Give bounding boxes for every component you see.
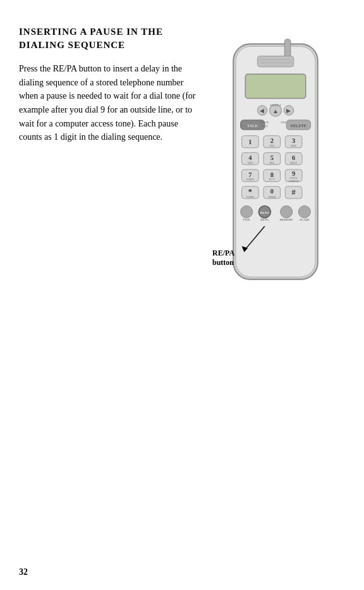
body-text: Press the RE/PA button to insert a delay… (19, 62, 196, 144)
svg-text:4: 4 (248, 154, 252, 161)
svg-text:#: # (292, 188, 296, 197)
svg-text:DEF: DEF (291, 144, 296, 147)
page-content: Inserting a Pause in the Dialing Sequenc… (0, 0, 364, 163)
phone-illustration: ▲ SELECT ◀ ▶ TALK MUTE EXIT DELETE DEL (212, 38, 351, 306)
svg-text:DELETE: DELETE (291, 123, 306, 128)
svg-text:FORMAT: FORMAT (289, 180, 299, 183)
svg-text:5: 5 (270, 154, 274, 161)
svg-text:ABC: ABC (269, 144, 275, 147)
svg-text:9: 9 (292, 170, 295, 177)
svg-rect-3 (257, 56, 293, 67)
svg-text:6: 6 (292, 154, 295, 161)
svg-text:WXYZ: WXYZ (290, 177, 298, 180)
svg-text:▲: ▲ (272, 108, 278, 114)
svg-text:0: 0 (270, 188, 274, 195)
svg-text:◀: ◀ (260, 108, 265, 114)
svg-text:▶: ▶ (287, 108, 291, 114)
svg-point-61 (281, 206, 293, 218)
svg-text:SELECT: SELECT (270, 104, 281, 107)
svg-text:TUV: TUV (269, 178, 275, 181)
page-number: 32 (19, 567, 28, 577)
svg-text:8: 8 (270, 171, 274, 178)
svg-text:RE/PA: RE/PA (260, 218, 269, 221)
svg-text:FLASH: FLASH (300, 218, 310, 221)
svg-text:JKL: JKL (269, 161, 274, 164)
svg-text:TONE: TONE (246, 195, 255, 199)
svg-point-63 (298, 206, 310, 218)
title-line1: Inserting a Pause in the (19, 25, 345, 39)
svg-text:RE/PA: RE/PA (260, 211, 270, 214)
svg-text:7: 7 (248, 171, 252, 178)
svg-point-56 (241, 206, 253, 218)
repa-label-line2: button (212, 258, 234, 268)
repa-label-line1: RE/PA (212, 249, 234, 259)
svg-text:2: 2 (270, 137, 274, 144)
svg-text:EXIT: EXIT (261, 125, 268, 128)
svg-text:1: 1 (248, 138, 252, 145)
svg-text:MUTE: MUTE (260, 121, 269, 124)
svg-text:GHI: GHI (248, 161, 253, 164)
svg-text:TALK: TALK (247, 123, 258, 128)
svg-text:PWR: PWR (243, 218, 250, 221)
svg-text:MEMORY: MEMORY (280, 218, 294, 221)
svg-text:3: 3 (292, 137, 295, 144)
repa-label: RE/PA button (212, 249, 234, 268)
svg-text:PQRS: PQRS (246, 178, 254, 181)
svg-rect-6 (245, 74, 305, 98)
svg-text:OPER: OPER (268, 195, 276, 199)
svg-text:MNO: MNO (290, 161, 298, 164)
